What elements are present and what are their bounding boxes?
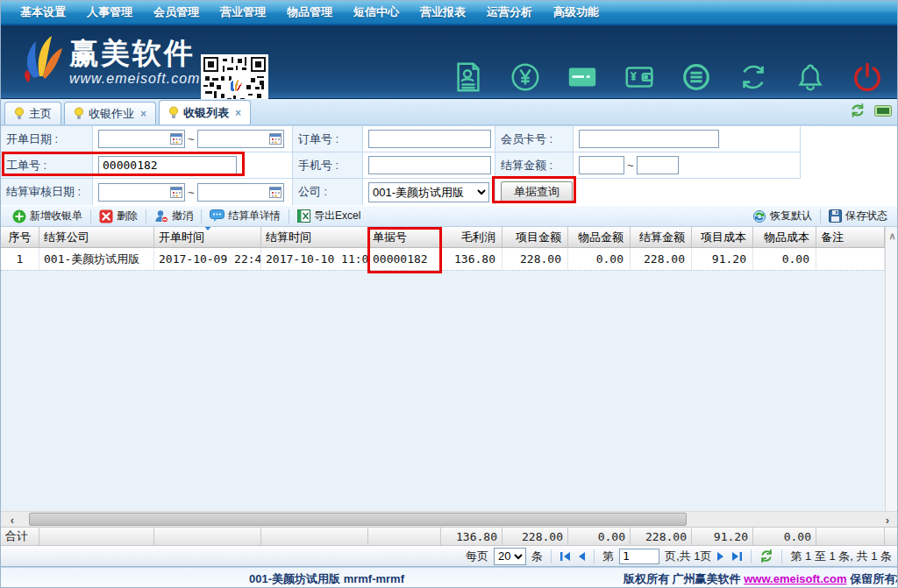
horizontal-scrollbar[interactable]: ‹ › xyxy=(1,511,898,527)
app-window: 基本设置 人事管理 会员管理 营业管理 物品管理 短信中心 营业报表 运营分析 … xyxy=(0,0,898,588)
query-button[interactable]: 单据查询 xyxy=(501,181,573,203)
company-cell: 001-美颜坊试用版 xyxy=(363,179,495,206)
menu-item-hr[interactable]: 人事管理 xyxy=(76,1,143,24)
settle-amount-max-input[interactable] xyxy=(637,156,679,174)
prev-page-icon[interactable] xyxy=(577,551,586,562)
grid-header-row: 序号 结算公司 开单时间 结算时间 单据号 毛利润 项目金额 物品金额 结算金额… xyxy=(1,227,885,248)
toolbar-separator xyxy=(289,209,289,223)
menu-item-members[interactable]: 会员管理 xyxy=(143,1,210,24)
col-header-project-amount[interactable]: 项目金额 xyxy=(502,227,568,247)
undo-person-icon xyxy=(154,209,168,223)
last-page-icon[interactable] xyxy=(731,551,743,562)
calendar-icon[interactable] xyxy=(269,187,282,198)
work-order-input[interactable] xyxy=(98,156,237,174)
toolbar-separator xyxy=(820,209,821,223)
tab-home[interactable]: 主页 xyxy=(4,102,61,124)
col-header-goods-cost[interactable]: 物品成本 xyxy=(753,227,816,247)
add-receipt-button[interactable]: 新增收银单 xyxy=(6,209,89,223)
pagination-separator xyxy=(594,549,595,563)
col-header-settle-time[interactable]: 结算时间 xyxy=(261,227,368,247)
collapse-panel-icon[interactable] xyxy=(874,105,892,117)
col-header-company[interactable]: 结算公司 xyxy=(39,227,154,247)
pagination-separator xyxy=(781,549,782,563)
menu-item-advanced[interactable]: 高级功能 xyxy=(543,1,609,24)
tab-cashier-work[interactable]: 收银作业 × xyxy=(64,102,156,124)
tab-close-icon[interactable]: × xyxy=(140,108,146,120)
restore-default-icon xyxy=(752,209,766,223)
col-header-project-cost[interactable]: 项目成本 xyxy=(692,227,753,247)
menu-item-analytics[interactable]: 运营分析 xyxy=(476,1,543,24)
col-header-seq[interactable]: 序号 xyxy=(1,227,39,247)
settle-detail-button[interactable]: 结算单详情 xyxy=(203,209,287,223)
page-number-input[interactable] xyxy=(619,549,659,564)
reload-grid-icon[interactable] xyxy=(759,549,773,563)
total-filler xyxy=(885,528,898,545)
cell-gross-profit: 136.80 xyxy=(441,248,502,270)
status-footer: 001-美颜坊试用版 mrmf-mrmf 版权所有 广州赢美软件 www.eme… xyxy=(1,567,898,588)
work-order-cell xyxy=(93,152,293,179)
site-link[interactable]: www.emeisoft.com xyxy=(744,572,846,585)
phone-cell xyxy=(363,152,495,179)
undo-button[interactable]: 撤消 xyxy=(148,209,199,223)
tilde-separator: ~ xyxy=(627,159,634,172)
total-settle-amount: 228.00 xyxy=(631,528,692,545)
member-card-input[interactable] xyxy=(579,130,719,148)
record-range-text: 第 1 至 1 条, 共 1 条 xyxy=(790,549,892,564)
col-header-remark[interactable]: 备注 xyxy=(816,227,885,247)
cell-remark xyxy=(816,248,885,270)
tab-bar-tools xyxy=(850,103,892,117)
menu-item-sms[interactable]: 短信中心 xyxy=(343,1,410,24)
col-header-receipt-no[interactable]: 单据号 xyxy=(368,227,441,247)
tilde-separator: ~ xyxy=(188,132,195,145)
page-suffix: 页,共 1页 xyxy=(665,549,711,564)
menu-item-basic-settings[interactable]: 基本设置 xyxy=(10,1,76,24)
menu-item-business[interactable]: 营业管理 xyxy=(210,1,276,24)
calendar-icon[interactable] xyxy=(170,187,182,198)
save-state-button[interactable]: 保存状态 xyxy=(823,209,894,223)
brand-logo-icon xyxy=(15,32,64,93)
member-card-cell xyxy=(574,126,801,152)
col-header-open-time[interactable]: 开单时间 xyxy=(154,227,261,247)
calendar-icon[interactable] xyxy=(269,133,282,145)
audit-date-label: 结算审核日期 : xyxy=(1,179,93,206)
audit-date-range: ~ xyxy=(93,179,293,206)
export-excel-button[interactable]: 导出Excel xyxy=(291,209,367,223)
col-header-gross-profit[interactable]: 毛利润 xyxy=(441,227,502,247)
first-page-icon[interactable] xyxy=(559,551,572,562)
order-no-input[interactable] xyxy=(368,130,491,148)
page-prefix: 第 xyxy=(602,549,614,564)
col-header-settle-amount[interactable]: 结算金额 xyxy=(631,227,692,247)
scroll-right-icon[interactable]: › xyxy=(876,512,898,528)
settle-amount-label: 结算金额 : xyxy=(495,152,574,179)
refresh-icon[interactable] xyxy=(850,103,866,117)
company-select[interactable]: 001-美颜坊试用版 xyxy=(368,182,489,202)
per-page-select[interactable]: 20 xyxy=(494,548,526,565)
delete-button[interactable]: 删除 xyxy=(93,209,144,223)
tab-close-icon[interactable]: × xyxy=(235,107,241,119)
next-page-icon[interactable] xyxy=(716,551,725,562)
phone-input[interactable] xyxy=(368,156,491,174)
total-gross-profit: 136.80 xyxy=(441,528,502,545)
h-scroll-thumb[interactable] xyxy=(29,513,687,526)
menu-item-reports[interactable]: 营业报表 xyxy=(410,1,476,24)
vertical-scrollbar[interactable]: ∧ xyxy=(885,227,898,511)
chat-bubble-icon xyxy=(210,209,224,223)
scroll-left-icon[interactable]: ‹ xyxy=(1,512,24,528)
table-row[interactable]: 1 001-美颜坊试用版 2017-10-09 22:43 2017-10-10… xyxy=(1,248,885,271)
calendar-icon[interactable] xyxy=(170,133,182,145)
pagination-bar: 每页 20 条 第 页,共 1页 第 1 至 1 条, 共 1 条 xyxy=(1,546,898,567)
work-order-label: 工单号 : xyxy=(1,152,93,179)
col-header-goods-amount[interactable]: 物品金额 xyxy=(568,227,631,247)
power-icon xyxy=(851,57,884,97)
settle-amount-min-input[interactable] xyxy=(579,156,624,174)
ledger-icon xyxy=(680,57,713,97)
pagination-separator xyxy=(751,549,752,563)
restore-default-button[interactable]: 恢复默认 xyxy=(746,209,818,223)
tab-cashier-list[interactable]: 收银列表 × xyxy=(159,100,251,124)
sort-desc-icon xyxy=(203,227,212,230)
menu-item-goods[interactable]: 物品管理 xyxy=(276,1,343,24)
per-page-unit: 条 xyxy=(531,549,543,564)
total-project-cost: 91.20 xyxy=(692,528,753,545)
station-text: 001-美颜坊试用版 mrmf-mrmf xyxy=(249,571,404,587)
scroll-up-icon[interactable]: ∧ xyxy=(886,227,898,244)
